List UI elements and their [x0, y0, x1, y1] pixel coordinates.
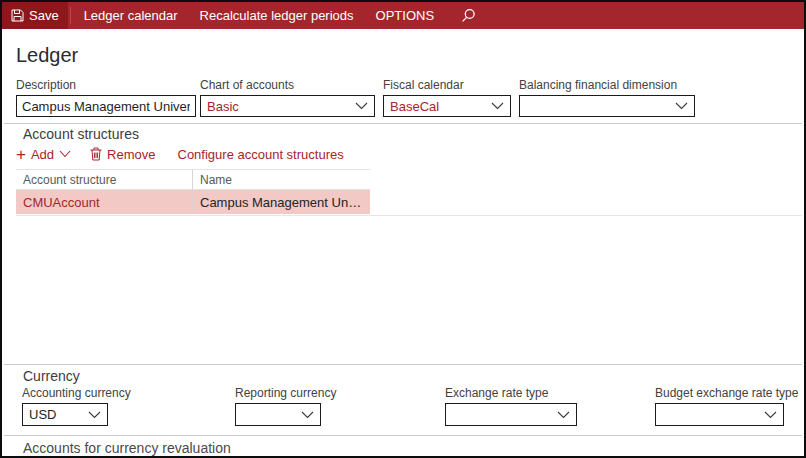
cell-name: Campus Management Univer...	[192, 195, 370, 210]
chevron-down-icon	[59, 150, 71, 158]
chart-of-accounts-label: Chart of accounts	[200, 78, 375, 92]
accounting-currency-select[interactable]: USD	[22, 403, 108, 426]
fiscal-calendar-value: BaseCal	[390, 99, 491, 114]
fiscal-calendar-select[interactable]: BaseCal	[383, 95, 511, 117]
remove-button[interactable]: Remove	[90, 147, 155, 162]
menu-recalculate-ledger-periods[interactable]: Recalculate ledger periods	[189, 2, 365, 29]
command-bar-divider	[70, 7, 71, 24]
plus-icon: +	[16, 148, 26, 161]
budget-exchange-rate-type-select[interactable]	[655, 403, 784, 426]
balancing-financial-dimension-label: Balancing financial dimension	[519, 78, 695, 92]
accounting-currency-value: USD	[29, 407, 88, 422]
floppy-disk-icon	[11, 9, 24, 22]
menu-options[interactable]: OPTIONS	[365, 2, 446, 29]
fiscal-calendar-label: Fiscal calendar	[383, 78, 511, 92]
section-divider	[4, 123, 802, 124]
app-window: Save Ledger calendar Recalculate ledger …	[0, 0, 806, 458]
page-title: Ledger	[16, 44, 78, 67]
account-structures-grid: Account structure Name CMUAccount Campus…	[16, 169, 370, 214]
exchange-rate-type-select[interactable]	[445, 403, 577, 426]
grid-row-separator	[16, 215, 802, 216]
column-header-account-structure[interactable]: Account structure	[16, 170, 192, 189]
description-input[interactable]	[16, 95, 196, 117]
configure-account-structures-link[interactable]: Configure account structures	[178, 147, 344, 162]
chart-of-accounts-value: Basic	[207, 99, 355, 114]
exchange-rate-type-label: Exchange rate type	[445, 386, 577, 400]
chevron-down-icon	[675, 102, 688, 110]
chevron-down-icon	[355, 102, 368, 110]
chart-of-accounts-select[interactable]: Basic	[200, 95, 375, 117]
chevron-down-icon	[301, 411, 314, 419]
reporting-currency-select[interactable]	[235, 403, 321, 426]
remove-label: Remove	[107, 147, 155, 162]
chevron-down-icon	[88, 411, 101, 419]
reporting-currency-label: Reporting currency	[235, 386, 321, 400]
save-button[interactable]: Save	[2, 2, 68, 29]
trash-icon	[90, 147, 102, 161]
menu-ledger-calendar[interactable]: Ledger calendar	[73, 2, 189, 29]
command-bar: Save Ledger calendar Recalculate ledger …	[2, 2, 804, 29]
add-label: Add	[31, 147, 54, 162]
magnifier-icon	[461, 8, 476, 23]
section-divider	[4, 364, 802, 365]
accounting-currency-label: Accounting currency	[22, 386, 108, 400]
description-label: Description	[16, 78, 196, 92]
table-row[interactable]: CMUAccount Campus Management Univer...	[16, 190, 370, 214]
add-button[interactable]: + Add	[16, 147, 71, 162]
grid-header-row: Account structure Name	[16, 169, 370, 190]
search-button[interactable]	[451, 2, 486, 29]
section-divider	[4, 435, 802, 436]
account-structures-toolbar: + Add Remove Configure account structure…	[16, 144, 344, 164]
account-structures-header: Account structures	[23, 126, 139, 142]
currency-header: Currency	[23, 368, 80, 384]
chevron-down-icon	[764, 411, 777, 419]
cell-account-structure[interactable]: CMUAccount	[16, 195, 192, 210]
chevron-down-icon	[491, 102, 504, 110]
budget-exchange-rate-type-label: Budget exchange rate type	[655, 386, 784, 400]
save-label: Save	[29, 8, 59, 23]
column-header-name[interactable]: Name	[192, 170, 370, 189]
ledger-page: Ledger Description Chart of accounts Bas…	[4, 31, 802, 454]
balancing-financial-dimension-select[interactable]	[519, 95, 695, 117]
accounts-for-currency-revaluation-header[interactable]: Accounts for currency revaluation	[23, 440, 231, 456]
chevron-down-icon	[557, 411, 570, 419]
